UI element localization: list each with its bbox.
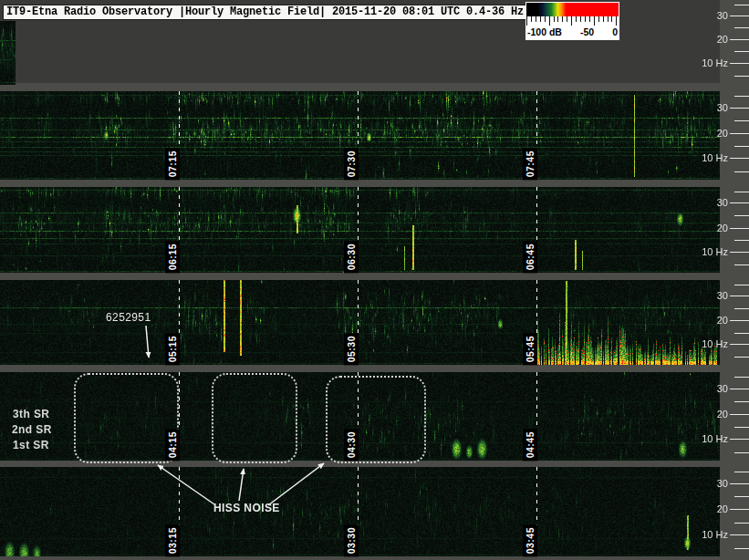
freq-tick-label: 30: [695, 383, 728, 394]
spectrogram-canvas: [0, 0, 749, 560]
time-label: 07:15: [165, 148, 180, 180]
freq-tick-major: [730, 16, 749, 16]
freq-tick-minor: [734, 377, 749, 378]
freq-tick-label: 10 Hz: [695, 57, 728, 68]
freq-tick-major: [730, 296, 749, 296]
schumann-resonance-label: 3th SR: [13, 408, 49, 420]
time-label: 06:15: [165, 241, 180, 273]
freq-tick-label: 10 Hz: [695, 246, 728, 257]
time-label: 06:45: [523, 241, 537, 273]
hiss-noise-box: [74, 373, 179, 463]
freq-tick-label: 30: [695, 478, 728, 489]
freq-tick-minor: [734, 333, 749, 334]
freq-tick-label: 20: [695, 315, 728, 326]
freq-tick-major: [730, 252, 749, 253]
schumann-resonance-label: 2nd SR: [12, 423, 52, 436]
freq-tick-label: 20: [695, 128, 728, 139]
event-id-label: 6252951: [106, 311, 151, 324]
freq-tick-minor: [734, 357, 749, 358]
freq-tick-label: 30: [695, 290, 728, 301]
freq-tick-minor: [734, 401, 749, 402]
freq-tick-label: 10 Hz: [695, 529, 728, 540]
colorbar-max-label: 0: [612, 26, 618, 38]
hiss-noise-box: [326, 376, 426, 463]
freq-tick-major: [730, 389, 749, 389]
freq-tick-label: 20: [695, 409, 728, 420]
freq-tick-major: [730, 228, 749, 229]
freq-tick-minor: [734, 76, 749, 77]
freq-tick-label: 20: [695, 34, 728, 45]
colorbar-labels: -100 dB -50 0: [526, 26, 619, 38]
freq-tick-major: [730, 483, 749, 484]
time-label: 03:45: [523, 524, 537, 556]
freq-tick-minor: [734, 308, 749, 309]
freq-tick-major: [730, 133, 749, 134]
schumann-resonance-label: 1st SR: [13, 439, 49, 451]
freq-tick-label: 10 Hz: [695, 152, 728, 163]
time-label: 06:30: [344, 241, 359, 273]
time-label: 03:30: [344, 524, 359, 556]
freq-tick-major: [730, 39, 749, 40]
time-label: 03:15: [165, 524, 180, 556]
colorbar-tick-ruler: [526, 16, 617, 26]
colorbar-legend: -100 dB -50 0: [525, 2, 619, 40]
time-label: 05:15: [165, 333, 180, 365]
freq-tick-label: 30: [695, 10, 728, 21]
freq-tick-minor: [734, 27, 749, 28]
freq-tick-major: [730, 344, 749, 345]
freq-tick-minor: [734, 192, 749, 192]
freq-tick-minor: [734, 240, 749, 241]
time-label: 07:45: [523, 148, 537, 180]
freq-tick-minor: [734, 452, 749, 453]
freq-tick-minor: [734, 523, 749, 524]
freq-tick-minor: [734, 285, 749, 285]
colorbar-min-label: -100 dB: [527, 26, 562, 38]
freq-tick-minor: [734, 496, 749, 497]
freq-tick-minor: [734, 472, 749, 472]
freq-tick-minor: [734, 171, 749, 172]
colorbar-gradient: [526, 3, 619, 16]
freq-tick-label: 30: [695, 197, 728, 208]
freq-tick-minor: [734, 548, 749, 549]
time-label: 07:30: [344, 148, 359, 180]
freq-tick-minor: [734, 146, 749, 147]
freq-tick-major: [730, 534, 749, 535]
hiss-noise-box: [212, 373, 297, 463]
freq-tick-minor: [734, 427, 749, 428]
freq-tick-major: [730, 202, 749, 203]
freq-tick-label: 10 Hz: [695, 433, 728, 444]
freq-tick-major: [730, 63, 749, 64]
spectrogram-display: IT9-Etna Radio Observatory |Hourly Magne…: [0, 0, 749, 560]
freq-tick-major: [730, 439, 749, 440]
freq-tick-label: 20: [695, 503, 728, 514]
freq-tick-major: [730, 509, 749, 510]
freq-tick-minor: [734, 51, 749, 52]
freq-tick-label: 20: [695, 223, 728, 233]
freq-tick-major: [730, 158, 749, 159]
time-label: 05:45: [523, 333, 537, 365]
freq-tick-minor: [734, 5, 749, 5]
freq-tick-minor: [734, 264, 749, 265]
hiss-noise-label: HISS NOISE: [213, 502, 280, 514]
freq-tick-major: [730, 320, 749, 321]
freq-tick-label: 10 Hz: [695, 338, 728, 349]
title-bar: IT9-Etna Radio Observatory |Hourly Magne…: [3, 5, 529, 20]
time-label: 04:30: [344, 429, 359, 461]
freq-tick-minor: [734, 120, 749, 121]
freq-tick-minor: [734, 215, 749, 216]
time-label: 05:30: [344, 333, 359, 365]
freq-tick-label: 30: [695, 102, 728, 113]
freq-tick-minor: [734, 96, 749, 97]
freq-tick-major: [730, 414, 749, 415]
time-label: 04:45: [523, 429, 537, 461]
time-label: 04:15: [165, 429, 180, 461]
colorbar-mid-label: -50: [580, 26, 594, 38]
freq-tick-major: [730, 108, 749, 109]
